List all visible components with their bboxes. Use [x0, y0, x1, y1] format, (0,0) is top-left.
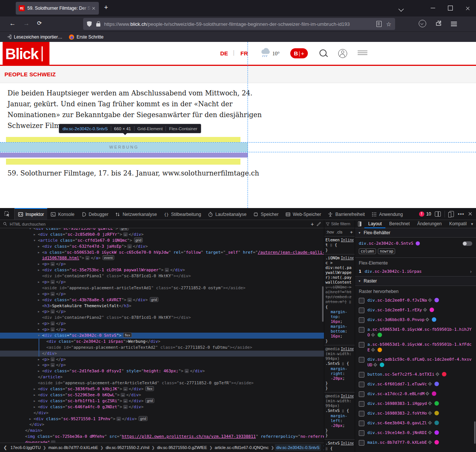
jump-to-element-icon[interactable] — [428, 401, 432, 406]
grid-checkbox[interactable] — [359, 327, 364, 333]
markup-row[interactable]: </main> — [0, 428, 324, 434]
split-console-icon[interactable] — [435, 211, 441, 217]
grid-overlay-row[interactable]: div.sc-1dc2ee0f-1.rEXy — [355, 305, 476, 315]
flex-section-header[interactable]: ▼Flex-Behälter — [355, 228, 476, 238]
markup-row[interactable]: ▶<div class="sc-632fe47d-3 jaHsEp">…</di… — [0, 244, 324, 250]
grid-overlay-row[interactable]: div.sc-19ce14e3-0.jNnRDI — [355, 428, 476, 438]
markup-scrollbar[interactable] — [322, 286, 324, 322]
blick-logo[interactable]: Blick — [3, 42, 49, 66]
jump-to-element-icon[interactable] — [371, 333, 375, 337]
sidebar-tab-änderungen[interactable]: Änderungen — [413, 220, 445, 228]
weather-icon[interactable] — [260, 47, 272, 61]
grid-checkbox[interactable] — [359, 411, 364, 416]
ellipsis-expander[interactable]: … — [185, 369, 189, 373]
ellipsis-expander[interactable]: … — [51, 262, 55, 266]
error-badge-icon[interactable]: ! — [419, 211, 424, 217]
jump-to-element-icon[interactable] — [428, 411, 432, 415]
breadcrumb-item[interactable]: div.sc-2e3042c-0.SntvS — [275, 444, 321, 451]
devtools-tab-console[interactable]: Konsole — [47, 208, 78, 220]
section-title[interactable]: PEOPLE SCHWEIZ — [4, 71, 56, 77]
ellipsis-expander[interactable]: … — [51, 292, 55, 296]
markup-row[interactable]: ▶<div class="sc-3836fbd5-0 kXbjJK">…</di… — [0, 386, 324, 392]
markup-row[interactable]: </article> — [0, 374, 324, 380]
devtools-tab-performance[interactable]: Laufzeitanalyse — [204, 208, 250, 220]
reload-button[interactable]: ⟳ — [37, 20, 42, 27]
breadcrumb-item[interactable]: div.sc-95271550-2.zVnil — [104, 444, 151, 451]
sidebar-toggle-icon[interactable] — [358, 222, 361, 226]
grid-overlay-row[interactable]: main.sc-8b7d7f7-0.kXLebE — [355, 438, 476, 448]
breadcrumb-item[interactable]: main.sc-8b7d7f7-0.kXLebE — [47, 444, 100, 451]
grid-checkbox[interactable] — [359, 391, 364, 397]
ellipsis-expander[interactable]: … — [51, 309, 55, 314]
markup-tree[interactable]: ▼<div class="sc-95271550-0 gZWfEE">grid▶… — [0, 228, 324, 443]
devtools-tab-network[interactable]: Netzwerkanalyse — [112, 208, 160, 220]
css-rule[interactable]: Inline.iQNQmc > div:not(.paywallWrapper)… — [324, 254, 355, 345]
search-icon[interactable] — [319, 49, 327, 56]
bookmark-getting-started[interactable]: Erste Schritte — [69, 34, 103, 40]
jump-to-element-icon[interactable] — [373, 363, 378, 367]
markup-row[interactable]: <div class="sc-2e3042c-1 iGrpas">Werbung… — [0, 339, 324, 345]
ellipsis-expander[interactable]: … — [51, 327, 55, 332]
tab-overflow-caret-icon[interactable]: ▼ — [470, 222, 476, 226]
url-bar[interactable]: https://www.blick.ch/people-tv/schweiz/d… — [83, 18, 395, 30]
markup-row[interactable]: ▶<div class="sc-2d1fe3ad-0 dfsyvI" style… — [0, 368, 324, 374]
jump-to-element-icon[interactable] — [428, 430, 432, 435]
grid-overlay-row[interactable]: button.sc-5ef7c2f5-4.btTXIi — [355, 370, 476, 379]
devtools-tab-inspector[interactable]: Inspektor — [15, 208, 47, 220]
grid-overlay-row[interactable]: div.sc-16980383-1.iHgpyd — [355, 399, 476, 409]
css-rule-list[interactable]: InlineElement ⣿ {}Inline.iQNQmc > div:no… — [324, 236, 355, 452]
ellipsis-expander[interactable]: … — [51, 280, 55, 284]
ellipsis-expander[interactable]: … — [51, 357, 55, 361]
class-toggle-button[interactable]: .cls — [336, 230, 343, 235]
markup-row[interactable]: ▶<p>…</p> — [0, 327, 324, 333]
grid-checkbox[interactable] — [359, 401, 364, 407]
ellipsis-expander[interactable]: … — [51, 363, 55, 367]
lock-icon[interactable] — [96, 23, 100, 27]
grid-section-header[interactable]: ▼Raster — [355, 276, 476, 286]
jump-to-element-icon[interactable] — [425, 317, 430, 322]
css-filter-input[interactable]: Stile filtern — [331, 222, 350, 226]
menu-hamburger-icon[interactable] — [451, 22, 457, 26]
grid-checkbox[interactable] — [359, 357, 364, 363]
back-button[interactable]: ← — [9, 20, 16, 27]
ellipsis-expander[interactable]: … — [127, 244, 131, 248]
jump-to-element-icon[interactable] — [425, 391, 430, 396]
markup-row[interactable]: <aside id="appnexus-placement-afterArtic… — [0, 380, 324, 386]
grid-overlay-row[interactable]: div.sc-a17dcc2-0.eBLrdM — [355, 389, 476, 399]
grid-badge[interactable]: grid — [139, 416, 148, 421]
sidebar-tab-berechnet[interactable]: Berechnet — [385, 220, 413, 228]
css-rule[interactable]: Inline@media (min-width: 994px).SntvS ⣿ … — [324, 393, 355, 440]
devtools-close-icon[interactable] — [468, 212, 472, 216]
breadcrumb-scroll-left[interactable]: ❮ — [1, 445, 9, 450]
jump-to-element-icon[interactable] — [428, 298, 432, 302]
markup-row[interactable]: ▶<div class="sc-522963ee-0 bKQwL">…</div… — [0, 392, 324, 398]
markup-row[interactable]: </div> — [0, 410, 324, 416]
markup-row[interactable]: ▶<div class="sc-43b78a8e-5 cAVRCT">…</di… — [0, 297, 324, 303]
new-tab-button[interactable]: + — [104, 4, 108, 12]
markup-row[interactable]: ▶<p>…</p> — [0, 309, 324, 315]
breadcrumb-item[interactable]: div.sc-95271550-0.gZWfEE — [155, 444, 209, 451]
flex-badge[interactable]: flex — [123, 333, 132, 338]
markup-row-selected[interactable]: ▼<div class="sc-2e3042c-0 SntvS">flex — [0, 333, 324, 339]
responsive-mode-icon[interactable] — [449, 211, 454, 217]
markup-row[interactable]: downgrade"… — [0, 440, 324, 443]
markup-row[interactable]: <h3>Spektakuläre Themenvielfalt</h3> — [0, 303, 324, 309]
sidebar-tab-kompatil[interactable]: Kompatil — [445, 220, 470, 228]
sidebar-tab-layout[interactable]: Layout — [364, 220, 385, 228]
grid-badge[interactable]: grid — [145, 398, 154, 403]
pseudo-hov-button[interactable]: :hov — [326, 230, 334, 235]
css-rule[interactable]: Inline@media (min-width: 994px).SntvS ⣿ … — [324, 345, 355, 393]
error-count[interactable]: 10 — [426, 211, 431, 217]
list-tabs-icon[interactable] — [399, 6, 403, 12]
devtools-tab-memory[interactable]: Speicher — [250, 208, 282, 220]
devtools-tab-styles[interactable]: {}Stilbearbeitung — [160, 208, 204, 220]
grid-overlay-row[interactable]: div.sc-adb1c59c-0.sFLmQ.sc-1dc2ee0f-4.hx… — [355, 355, 476, 370]
grid-badge[interactable]: grid — [150, 297, 159, 302]
markup-row[interactable]: </div> — [0, 422, 324, 428]
site-menu-icon[interactable] — [358, 51, 367, 55]
breadcrumb[interactable]: ❮17ec6-0.lggOTU❯main.sc-8b7d7f7-0.kXLebE… — [0, 443, 324, 452]
pick-element-icon[interactable] — [0, 208, 15, 220]
markup-row[interactable]: ▶<div class="sc-bfb1ffb1-1 gcZSRi">…</di… — [0, 398, 324, 404]
ellipsis-expander[interactable]: … — [123, 405, 127, 409]
markup-row[interactable]: ▶<p>…</p> — [0, 261, 324, 267]
